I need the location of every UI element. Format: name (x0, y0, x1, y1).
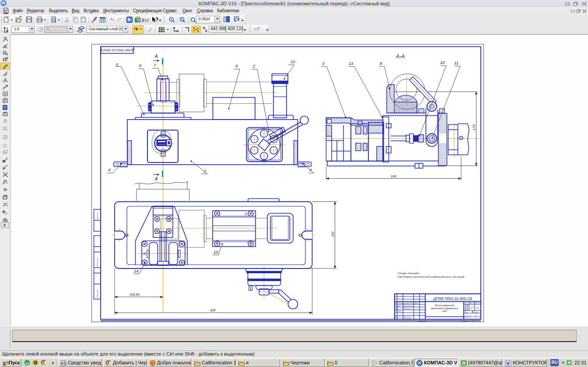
svg-text:кола: кола (442, 310, 447, 312)
svg-text:X: X (205, 29, 207, 32)
svg-text:Разраб.: Разраб. (395, 305, 401, 307)
svg-text:»: » (52, 360, 54, 365)
svg-text:Василенко: Василенко (403, 308, 411, 310)
svg-text:10: 10 (440, 60, 445, 65)
svg-text:Инв.дубл.: Инв.дубл. (96, 289, 98, 297)
svg-text:закріплення шліфувального: закріплення шліфувального (430, 307, 458, 310)
svg-text:12: 12 (290, 59, 295, 64)
svg-text:15: 15 (214, 250, 218, 254)
svg-text:3: 3 (322, 61, 325, 66)
svg-text:А1: А1 (472, 320, 475, 322)
svg-text:А: А (154, 176, 158, 181)
svg-text:1:1: 1:1 (476, 307, 480, 309)
svg-text:Масса: Масса (470, 302, 474, 304)
svg-text:4: 4 (108, 167, 110, 172)
svg-text:14: 14 (134, 268, 139, 273)
svg-text:Мельниченко: Мельниченко (403, 305, 413, 307)
svg-text:162: 162 (331, 231, 335, 237)
svg-text:17: 17 (471, 307, 473, 309)
svg-text:105,89: 105,89 (130, 293, 140, 296)
svg-text:ДП99.7853.22.005.СБ: ДП99.7853.22.005.СБ (433, 296, 472, 301)
svg-text:8: 8 (380, 61, 382, 66)
svg-text:Лит.: Лит. (465, 302, 467, 304)
svg-text:ДП99.7853.22.005СБ: ДП99.7853.22.005СБ (100, 48, 135, 52)
svg-text:5: 5 (116, 62, 119, 67)
svg-text:9: 9 (235, 64, 238, 68)
svg-text:Листов: Листов (473, 311, 478, 313)
svg-text:Утв.: Утв. (395, 318, 399, 320)
svg-text:13: 13 (349, 61, 354, 66)
svg-text:Пров.: Пров. (395, 308, 399, 310)
svg-text:11: 11 (454, 60, 458, 65)
svg-text:2 Всі елементи кріплення після: 2 Всі елементи кріплення після складання… (397, 275, 465, 278)
svg-text:Лист: Лист (465, 311, 468, 313)
svg-text:f(x): f(x) (142, 17, 149, 23)
svg-text:Y: Y (203, 26, 205, 29)
svg-text:7: 7 (154, 63, 156, 67)
svg-text:Масштаб: Масштаб (476, 302, 482, 304)
svg-text:Подп.дата: Подп.дата (96, 258, 98, 267)
svg-text:А-А: А-А (396, 53, 405, 60)
svg-text:А: А (154, 54, 158, 59)
svg-text:Инв.подл.: Инв.подл. (96, 212, 98, 219)
svg-text:Василенко: Василенко (403, 318, 411, 320)
svg-text:Изм Лист №докум. Подп. Дата: Изм Лист №докум. Подп. Дата (395, 303, 419, 304)
svg-text:Формат: Формат (462, 320, 468, 322)
svg-text:175: 175 (472, 124, 476, 131)
svg-text:Пристосування для: Пристосування для (435, 304, 455, 307)
svg-text:4: 4 (309, 167, 312, 172)
svg-text:6: 6 (139, 63, 142, 68)
svg-text:1 Розміри для довідок: 1 Розміри для довідок (397, 272, 420, 275)
svg-text:428: 428 (210, 308, 216, 312)
svg-text:2: 2 (252, 64, 256, 68)
svg-text:190: 190 (391, 174, 397, 178)
svg-text:?: ? (155, 17, 158, 23)
svg-text:ОЗВ НГУ "ХПІ"-41: ОЗВ НГУ "ХПІ"-41 (464, 316, 481, 318)
svg-text:Копировал: Копировал (418, 320, 427, 322)
svg-text:1: 1 (204, 168, 206, 173)
svg-text:Т.контр.: Т.контр. (395, 311, 402, 312)
